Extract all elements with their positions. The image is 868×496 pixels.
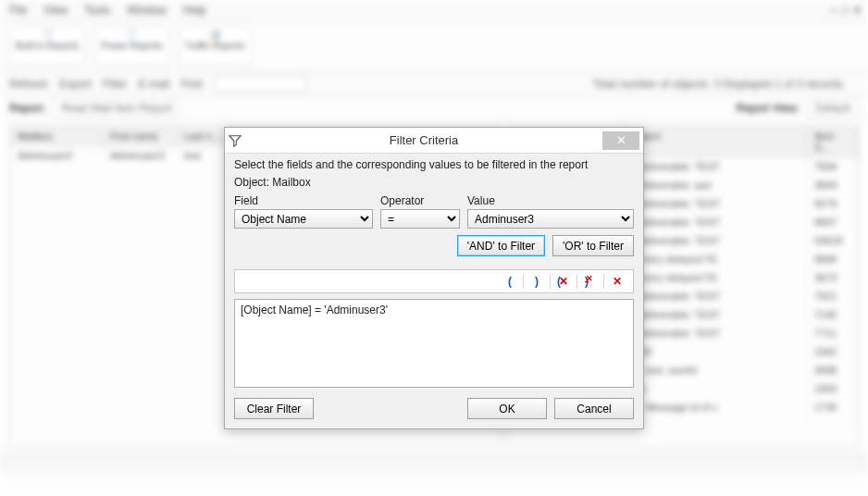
power-reports-label: Power Reports (101, 41, 162, 51)
refresh-button[interactable]: Refresh (9, 78, 48, 91)
cell: 1735 (807, 398, 858, 428)
field-select[interactable]: Object Name (234, 209, 373, 229)
cell: 7921 (807, 287, 858, 305)
record-count-label: Total number of objects: 3 Displayed 1 o… (593, 78, 859, 91)
cell: 7145 (807, 305, 858, 324)
cell: RE: test -samfd (619, 361, 807, 379)
traffic-reports-button[interactable]: 📊Traffic Reports (179, 26, 252, 66)
power-reports-button[interactable]: 📄Power Reports (94, 26, 168, 66)
cell: 3673 (807, 268, 858, 287)
close-paren-button[interactable]: ) (525, 272, 549, 291)
operator-select[interactable]: = (380, 209, 460, 229)
close-icon[interactable]: × (854, 4, 861, 17)
value-select[interactable]: Adminuser3 (467, 209, 634, 229)
col-mailbox[interactable]: Mailbox (10, 127, 103, 145)
clear-filter-button[interactable]: Clear Filter (234, 398, 314, 419)
cell: 03628 (807, 231, 858, 250)
email-button[interactable]: E-mail (138, 78, 169, 91)
cell: Undeliverable: asd (619, 176, 807, 194)
cell: Adminuser3 (10, 146, 103, 165)
separator (603, 274, 604, 289)
cell: 0668 (807, 250, 858, 268)
cell: Undeliverable: TEST (619, 231, 807, 250)
menu-file[interactable]: File (9, 4, 27, 17)
find-input[interactable] (214, 76, 306, 93)
maximize-icon[interactable]: □ (842, 4, 849, 17)
cell: Delivery delayed:TE (619, 268, 807, 287)
menu-help[interactable]: Help (183, 4, 206, 17)
cell: Undeliverable: TEST (619, 157, 807, 176)
separator (550, 274, 551, 289)
minimize-icon[interactable]: – (830, 4, 837, 17)
cell: 1003 (807, 379, 858, 398)
menu-bar: File View Tools Window Help – □ × (0, 0, 868, 20)
builtin-reports-label: Built-in Reports (16, 41, 79, 51)
filter-icon (225, 134, 245, 147)
cell: 3698 (807, 361, 858, 379)
dialog-object-line: Object: Mailbox (234, 173, 634, 191)
cell: Undeliverable: TEST (619, 213, 807, 231)
status-bar (0, 453, 868, 472)
cell: Undeliverable: TEST (619, 324, 807, 342)
and-to-filter-button[interactable]: 'AND' to Filter (457, 235, 545, 256)
col-firstname[interactable]: First name (103, 127, 177, 145)
menu-tools[interactable]: Tools (84, 4, 110, 17)
cell: 1062 (807, 342, 858, 361)
find-label: Find (180, 78, 202, 91)
cell: GRID (619, 342, 807, 361)
col-subject[interactable]: Subject (619, 127, 807, 156)
delete-all-button[interactable]: ✕ (605, 272, 629, 291)
field-label: Field (234, 194, 373, 207)
open-paren-button[interactable]: ( (498, 272, 522, 291)
or-to-filter-button[interactable]: 'OR' to Filter (552, 235, 634, 256)
cell: Undeliverable: TEST (619, 287, 807, 305)
cell: 8897 (807, 213, 858, 231)
traffic-reports-label: Traffic Reports (185, 41, 245, 51)
report-view-label: Report View: (736, 102, 799, 115)
cell: 9279 (807, 194, 858, 213)
expression-toolbar: ( ) (✕ )✕ ✕ (234, 269, 634, 293)
cell: 7694 (807, 157, 858, 176)
col-size[interactable]: Item S... (807, 127, 858, 156)
remove-parens-button[interactable]: (✕ (552, 272, 576, 291)
cell: Adminuser3 (103, 146, 177, 165)
cell: Undeliverable: TEST (619, 194, 807, 213)
window-controls: – □ × (830, 4, 861, 17)
filter-expression[interactable]: [Object Name] = 'Adminuser3' (234, 299, 634, 388)
dialog-close-button[interactable]: ✕ (602, 131, 639, 150)
dialog-instruction: Select the fields and the corresponding … (234, 155, 634, 173)
cell: bulk (619, 379, 807, 398)
delete-line-button[interactable]: )✕ (578, 272, 602, 291)
filter-button[interactable]: Filter (103, 78, 128, 91)
menu-window[interactable]: Window (127, 4, 167, 17)
cell: 3893 (807, 176, 858, 194)
cell: Undeliverable: TEST (619, 305, 807, 324)
separator (523, 274, 524, 289)
toolbar: Refresh Export Filter E-mail Find Total … (0, 72, 868, 96)
report-name[interactable]: Read Mail Item Report (53, 99, 180, 118)
export-button[interactable]: Export (59, 78, 92, 91)
ribbon: 📄Built-in Reports 📄Power Reports 📊Traffi… (0, 20, 868, 72)
report-view-select[interactable]: Default (807, 99, 859, 118)
builtin-reports-button[interactable]: 📄Built-in Reports (9, 26, 85, 66)
value-label: Value (467, 194, 634, 207)
operator-label: Operator (380, 194, 460, 207)
separator (577, 274, 577, 289)
cell: RE: Message id of c (619, 398, 807, 428)
report-label: Report: (9, 102, 45, 115)
ok-button[interactable]: OK (467, 398, 547, 419)
menu-view[interactable]: View (43, 4, 68, 17)
cell: 7711 (807, 324, 858, 342)
dialog-title: Filter Criteria (245, 133, 602, 147)
cell: Delivery delayed:TE (619, 250, 807, 268)
dialog-titlebar[interactable]: Filter Criteria ✕ (225, 128, 643, 154)
report-bar: Report: Read Mail Item Report Report Vie… (0, 96, 868, 120)
filter-criteria-dialog: Filter Criteria ✕ Select the fields and … (224, 127, 644, 429)
cancel-button[interactable]: Cancel (554, 398, 634, 419)
